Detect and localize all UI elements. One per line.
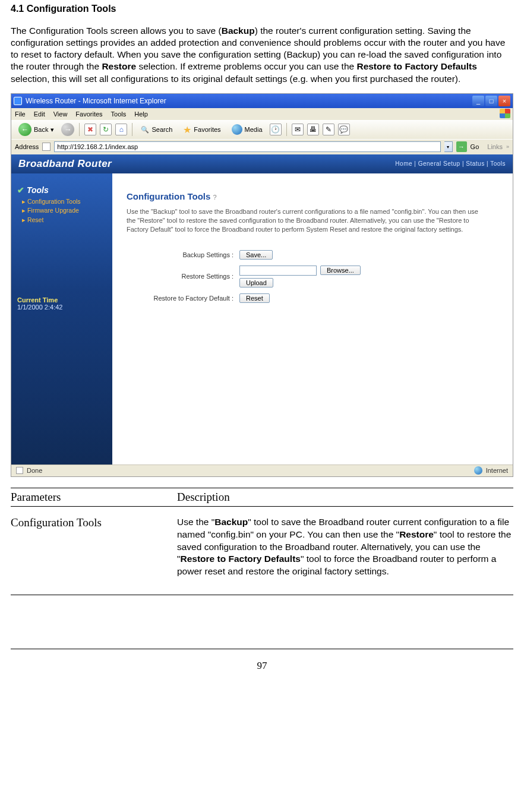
ie-icon xyxy=(14,97,22,105)
go-button[interactable]: → xyxy=(456,141,467,152)
sidebar-list: Configuration Tools Firmware Upgrade Res… xyxy=(22,197,106,225)
router-brand: Broadband Router xyxy=(18,158,112,170)
toolbar-sep3 xyxy=(286,123,287,136)
window-title: Wireless Router - Microsoft Internet Exp… xyxy=(26,97,166,105)
restore-file-input[interactable] xyxy=(239,266,317,276)
current-time-label: Current Time xyxy=(17,296,106,304)
back-label: Back xyxy=(34,126,48,133)
router-body: Tools Configuration Tools Firmware Upgra… xyxy=(11,173,513,465)
menu-help[interactable]: Help xyxy=(134,110,148,118)
sidebar: Tools Configuration Tools Firmware Upgra… xyxy=(11,173,112,465)
discuss-button[interactable]: 💬 xyxy=(338,124,350,135)
sidebar-item-firmware[interactable]: Firmware Upgrade xyxy=(22,206,106,216)
menu-edit[interactable]: Edit xyxy=(34,110,45,118)
status-zone: Internet xyxy=(486,467,508,474)
sidebar-section-tools[interactable]: Tools xyxy=(17,185,106,195)
router-nav-links[interactable]: Home | General Setup | Status | Tools xyxy=(395,160,506,167)
desc-bold-backup: Backup xyxy=(214,517,248,527)
status-bar: Done Internet xyxy=(11,465,513,476)
desc-text-1: Use the " xyxy=(177,517,214,527)
browse-button[interactable]: Browse... xyxy=(320,266,361,275)
menu-file[interactable]: File xyxy=(15,110,26,118)
footer-rule xyxy=(11,649,513,649)
back-button[interactable]: ← Back ▾ xyxy=(15,122,58,137)
search-label: Search xyxy=(151,126,172,133)
panel-title: Configuration Tools ? xyxy=(127,191,498,201)
upload-button[interactable]: Upload xyxy=(239,278,273,287)
links-chevron-icon: » xyxy=(506,144,509,150)
intro-paragraph: The Configuration Tools screen allows yo… xyxy=(11,25,513,85)
edit-button[interactable]: ✎ xyxy=(323,124,334,135)
screenshot-window: Wireless Router - Microsoft Internet Exp… xyxy=(11,93,513,477)
section-heading: 4.1 Configuration Tools xyxy=(11,4,513,14)
window-buttons: _ □ × xyxy=(472,96,510,106)
page-done-icon xyxy=(16,467,23,474)
table-row: Configuration Tools Use the "Backup" too… xyxy=(11,507,513,595)
maximize-button[interactable]: □ xyxy=(485,96,497,106)
browser-toolbar: ← Back ▾ → ✖ ↻ ⌂ 🔍 Search ★ Favorites Me… xyxy=(11,120,513,139)
intro-text-3: selection. If extreme problems occur you… xyxy=(136,61,356,71)
factory-label: Restore to Factory Default : xyxy=(127,295,239,302)
save-button[interactable]: Save... xyxy=(239,250,273,260)
col-description: Description xyxy=(177,491,513,504)
toolbar-sep xyxy=(79,123,80,136)
favorites-label: Favorites xyxy=(194,126,220,133)
desc-bold-r2fd: Restore to Factory Defaults xyxy=(181,554,301,564)
param-description: Use the "Backup" tool to save the Broadb… xyxy=(177,516,513,579)
menu-tools[interactable]: Tools xyxy=(111,110,127,118)
router-header: Broadband Router Home | General Setup | … xyxy=(11,154,513,173)
forward-button[interactable]: → xyxy=(61,123,74,136)
back-dropdown-icon: ▾ xyxy=(50,126,54,134)
close-button[interactable]: × xyxy=(498,96,510,106)
toolbar-sep2 xyxy=(132,123,132,136)
stop-button[interactable]: ✖ xyxy=(84,124,96,135)
panel-description: Use the "Backup" tool to save the Broadb… xyxy=(127,207,483,235)
print-button[interactable]: 🖶 xyxy=(307,124,319,135)
intro-text-1: The Configuration Tools screen allows yo… xyxy=(11,26,222,36)
back-icon: ← xyxy=(18,123,31,136)
media-button[interactable]: Media xyxy=(228,123,266,136)
restore-label: Restore Settings : xyxy=(127,273,239,280)
content-panel: Configuration Tools ? Use the "Backup" t… xyxy=(112,173,513,465)
address-input[interactable] xyxy=(54,141,440,152)
minimize-button[interactable]: _ xyxy=(472,96,484,106)
table-header: Parameters Description xyxy=(11,488,513,507)
menu-favorites[interactable]: Favorites xyxy=(75,110,102,118)
favorites-button[interactable]: ★ Favorites xyxy=(179,123,224,137)
address-label: Address xyxy=(15,143,39,150)
windows-flag-icon xyxy=(500,109,510,118)
window-titlebar: Wireless Router - Microsoft Internet Exp… xyxy=(11,94,513,108)
sidebar-item-reset[interactable]: Reset xyxy=(22,216,106,225)
row-backup: Backup Settings : Save... xyxy=(127,250,498,260)
intro-bold-restore: Restore xyxy=(102,61,136,71)
media-icon xyxy=(232,124,242,135)
go-label: Go xyxy=(471,143,479,150)
links-label[interactable]: Links xyxy=(487,143,503,150)
page-number: 97 xyxy=(11,660,513,672)
intro-bold-r2fd: Restore to Factory Defaults xyxy=(356,61,476,71)
param-name: Configuration Tools xyxy=(11,516,177,579)
menu-view[interactable]: View xyxy=(53,110,68,118)
backup-label: Backup Settings : xyxy=(127,251,239,258)
intro-bold-backup: Backup xyxy=(222,26,255,36)
row-factory: Restore to Factory Default : Reset xyxy=(127,293,498,303)
browser-menubar: File Edit View Favorites Tools Help xyxy=(11,108,513,120)
sidebar-item-config-tools[interactable]: Configuration Tools xyxy=(22,197,106,207)
panel-title-text: Configuration Tools xyxy=(127,191,210,201)
search-icon: 🔍 xyxy=(141,126,149,134)
home-button[interactable]: ⌂ xyxy=(115,124,127,135)
mail-button[interactable]: ✉ xyxy=(292,124,304,135)
status-done: Done xyxy=(27,467,42,474)
star-icon: ★ xyxy=(183,124,191,135)
page-icon xyxy=(42,143,50,151)
desc-bold-restore: Restore xyxy=(399,529,434,539)
refresh-button[interactable]: ↻ xyxy=(100,124,112,135)
history-button[interactable]: 🕑 xyxy=(270,124,282,135)
intro-text-4: selection, this will set all configurati… xyxy=(11,74,460,84)
help-icon[interactable]: ? xyxy=(213,194,217,201)
address-dropdown-icon[interactable]: ▾ xyxy=(444,141,453,152)
row-restore: Restore Settings : Browse... Upload xyxy=(127,266,498,287)
search-button[interactable]: 🔍 Search xyxy=(137,125,176,135)
col-parameters: Parameters xyxy=(11,491,177,504)
reset-button[interactable]: Reset xyxy=(239,293,270,303)
